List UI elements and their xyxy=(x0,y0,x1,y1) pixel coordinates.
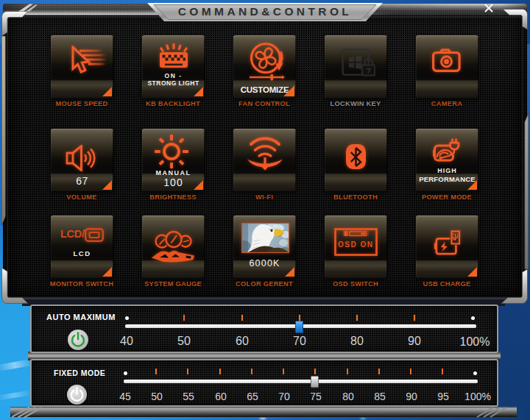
svg-text:COMMAND&CONTROL: COMMAND&CONTROL xyxy=(178,5,352,18)
svg-text:OSD ON: OSD ON xyxy=(338,241,373,249)
